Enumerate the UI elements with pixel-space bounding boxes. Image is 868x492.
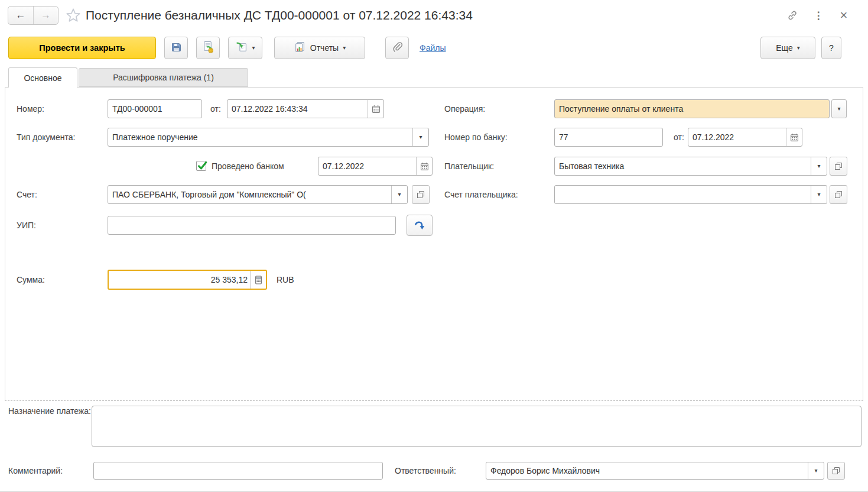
tab-main[interactable]: Основное xyxy=(8,67,77,88)
more-label: Еще xyxy=(776,43,793,53)
operation-label: Операция: xyxy=(444,99,485,118)
amount-input[interactable] xyxy=(109,271,250,289)
account-open-button[interactable] xyxy=(412,185,430,204)
post-and-close-button[interactable]: Провести и закрыть xyxy=(8,37,156,59)
operation-caret-icon: ▾ xyxy=(837,106,840,112)
create-based-on-icon xyxy=(235,41,248,55)
purpose-textarea[interactable] xyxy=(92,406,862,447)
get-link-icon[interactable] xyxy=(784,7,801,24)
tab-payment-details[interactable]: Расшифровка платежа (1) xyxy=(79,68,248,87)
posted-by-bank-checkbox[interactable] xyxy=(196,161,206,171)
amount-field[interactable] xyxy=(108,270,267,290)
comment-field[interactable] xyxy=(93,462,383,480)
open-icon xyxy=(834,190,843,199)
create-based-on-button[interactable]: ▾ xyxy=(228,37,262,59)
responsible-open-button[interactable] xyxy=(827,462,845,480)
more-caret-icon: ▾ xyxy=(797,45,800,51)
payer-label: Плательщик: xyxy=(444,157,494,176)
bank-number-input[interactable] xyxy=(555,128,662,146)
account-label: Счет: xyxy=(17,185,37,204)
uip-input[interactable] xyxy=(108,216,395,234)
open-icon xyxy=(417,190,425,199)
operation-input[interactable] xyxy=(555,100,829,118)
account-dropdown-caret[interactable]: ▾ xyxy=(391,186,407,203)
attach-file-button[interactable] xyxy=(385,37,409,59)
more-button[interactable]: Еще ▾ xyxy=(760,37,815,59)
paperclip-icon xyxy=(392,41,403,54)
doc-type-dropdown-caret[interactable]: ▾ xyxy=(412,128,428,146)
responsible-field[interactable]: ▾ xyxy=(486,462,824,480)
number-field[interactable] xyxy=(108,99,202,118)
forward-arrow-icon: → xyxy=(41,9,51,21)
purpose-label: Назначение платежа: xyxy=(8,405,79,417)
back-button[interactable]: ← xyxy=(8,7,33,24)
doc-type-input[interactable] xyxy=(108,128,412,146)
forward-button[interactable]: → xyxy=(33,7,58,24)
bank-date-input[interactable] xyxy=(688,128,786,146)
save-floppy-icon xyxy=(171,41,182,54)
number-date-calendar-icon[interactable] xyxy=(368,100,383,118)
number-date-input[interactable] xyxy=(227,100,368,118)
uip-label: УИП: xyxy=(17,216,36,235)
bank-date-label: от: xyxy=(674,128,684,147)
responsible-dropdown-caret[interactable]: ▾ xyxy=(808,462,824,479)
payer-account-dropdown-caret[interactable]: ▾ xyxy=(811,186,827,203)
comment-input[interactable] xyxy=(94,462,382,479)
doc-type-field[interactable]: ▾ xyxy=(108,128,429,147)
comment-label: Комментарий: xyxy=(8,462,63,480)
posted-by-bank-label: Проведено банком xyxy=(212,157,284,176)
payer-account-caret-icon: ▾ xyxy=(817,192,820,198)
operation-field[interactable] xyxy=(554,99,830,118)
payer-dropdown-caret[interactable]: ▾ xyxy=(811,157,827,175)
bank-date-calendar-icon[interactable] xyxy=(786,128,802,146)
group-separator[interactable] xyxy=(5,400,863,401)
payer-account-field[interactable]: ▾ xyxy=(554,185,827,204)
bank-number-label: Номер по банку: xyxy=(444,128,508,147)
reports-button[interactable]: Отчеты ▾ xyxy=(274,37,365,59)
files-link[interactable]: Файлы xyxy=(420,37,446,59)
payer-field[interactable]: ▾ xyxy=(554,157,827,176)
payer-account-label: Счет плательщика: xyxy=(444,185,518,204)
create-based-on-caret-icon: ▾ xyxy=(252,45,255,51)
window-menu-kebab-icon[interactable]: ⋮ xyxy=(810,7,827,24)
bank-number-field[interactable] xyxy=(554,128,663,147)
post-and-close-label: Провести и закрыть xyxy=(39,43,125,53)
account-field[interactable]: ▾ xyxy=(108,185,408,204)
number-input[interactable] xyxy=(108,100,201,118)
open-icon xyxy=(832,467,840,475)
help-button[interactable]: ? xyxy=(821,37,841,59)
open-icon xyxy=(834,162,843,170)
help-label: ? xyxy=(829,43,834,53)
posted-by-bank-date-field[interactable] xyxy=(318,157,433,176)
post-document-icon xyxy=(202,41,214,55)
reports-icon xyxy=(294,41,306,55)
number-date-field[interactable] xyxy=(227,99,384,118)
curved-arrow-icon xyxy=(414,219,425,231)
number-date-label: от: xyxy=(210,99,221,118)
amount-calculator-icon[interactable] xyxy=(250,271,266,289)
posted-by-bank-calendar-icon[interactable] xyxy=(416,157,432,175)
amount-label: Сумма: xyxy=(17,270,45,290)
payer-account-input[interactable] xyxy=(555,186,811,203)
payer-input[interactable] xyxy=(555,157,811,175)
account-input[interactable] xyxy=(108,186,391,203)
favorite-star-icon[interactable] xyxy=(65,7,82,26)
back-arrow-icon: ← xyxy=(16,9,26,21)
operation-dropdown-button[interactable]: ▾ xyxy=(831,99,847,118)
close-icon[interactable]: × xyxy=(835,7,853,24)
payer-account-open-button[interactable] xyxy=(830,185,847,204)
save-button[interactable] xyxy=(164,37,188,59)
tab-main-label: Основное xyxy=(24,73,61,83)
uip-field[interactable] xyxy=(108,216,396,235)
posted-by-bank-date-input[interactable] xyxy=(318,157,416,175)
uip-fill-button[interactable] xyxy=(407,215,433,236)
reports-caret-icon: ▾ xyxy=(343,45,346,51)
responsible-input[interactable] xyxy=(486,462,808,479)
post-document-button[interactable] xyxy=(196,37,220,59)
payer-open-button[interactable] xyxy=(830,157,847,176)
bank-date-field[interactable] xyxy=(688,128,802,147)
account-caret-icon: ▾ xyxy=(398,192,401,198)
document-window: ← → Поступление безналичных ДС ТД00-0000… xyxy=(0,0,868,492)
nav-history-group: ← → xyxy=(8,6,58,25)
doc-type-label: Тип документа: xyxy=(17,128,75,147)
